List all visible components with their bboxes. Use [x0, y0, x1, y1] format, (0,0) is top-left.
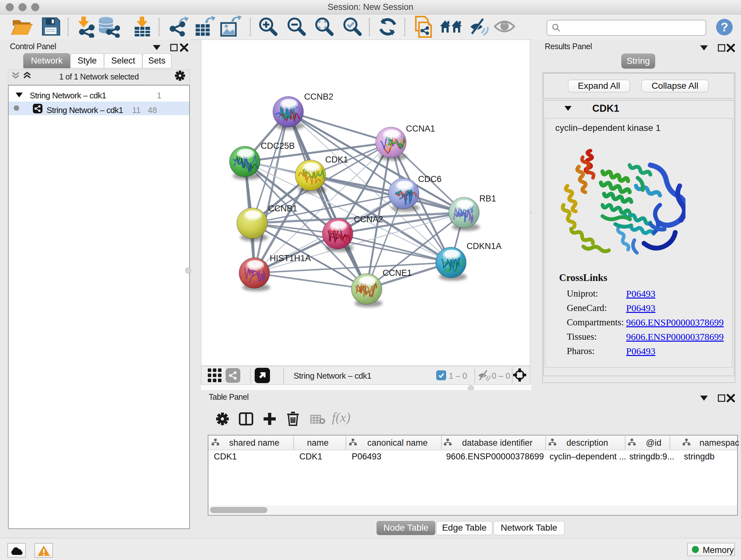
svg-text:CCNA1: CCNA1	[406, 124, 435, 133]
svg-text:RB1: RB1	[479, 194, 496, 203]
svg-text:CDC6: CDC6	[418, 174, 442, 184]
svg-text:HIST1H1A: HIST1H1A	[270, 253, 311, 263]
svg-text:CCNA2: CCNA2	[354, 214, 383, 224]
svg-text:CCNB1: CCNB1	[268, 204, 297, 213]
svg-text:CDK1: CDK1	[325, 155, 348, 165]
svg-text:CDC25B: CDC25B	[261, 141, 295, 151]
svg-text:CCNE1: CCNE1	[383, 268, 412, 278]
svg-text:CCNB2: CCNB2	[304, 92, 333, 102]
svg-text:CDKN1A: CDKN1A	[467, 241, 502, 251]
svg-text:?: ?	[721, 20, 728, 34]
